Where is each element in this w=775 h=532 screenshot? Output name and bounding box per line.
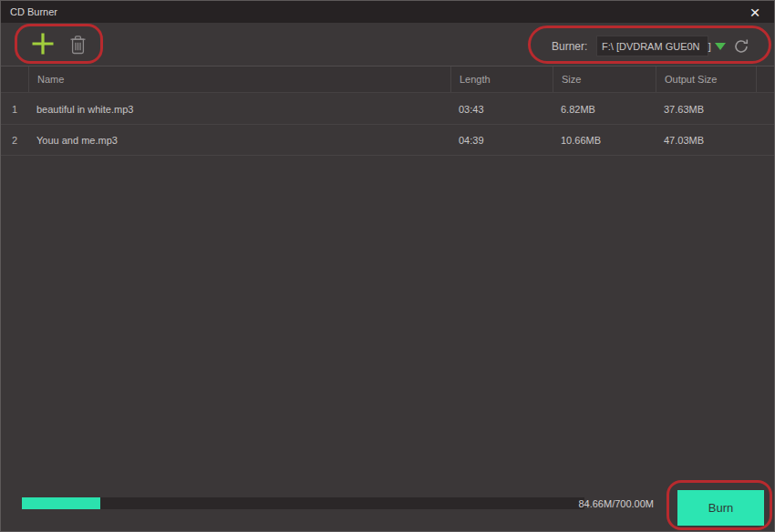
track-name: Youu and me.mp3 [28,135,450,146]
cd-burner-window: { "window": { "title": "CD Burner" }, "i… [0,0,775,532]
track-output-size: 37.63MB [656,104,756,115]
track-size: 6.82MB [553,104,656,115]
title-bar: CD Burner [1,1,774,23]
column-header-output-size: Output Size [656,66,756,92]
column-header-size: Size [553,66,656,92]
disc-capacity-progressbar [22,497,584,509]
refresh-icon [732,37,750,56]
burner-label: Burner: [552,40,587,53]
add-files-button[interactable] [29,30,57,57]
annotation-toolbar-circle [15,24,103,64]
track-size: 10.66MB [553,135,656,146]
close-icon: × [749,4,760,21]
column-header-spacer [756,66,774,92]
column-header-length: Length [450,66,553,92]
burn-button[interactable]: Burn [677,490,764,526]
capacity-label: 84.66M/700.00M [578,498,654,509]
trash-icon [69,35,87,55]
track-length: 03:43 [450,104,553,115]
table-row[interactable]: 1 beautiful in white.mp3 03:43 6.82MB 37… [1,94,774,125]
row-index: 1 [1,104,28,115]
track-list: 1 beautiful in white.mp3 03:43 6.82MB 37… [1,94,774,156]
row-index: 2 [1,135,28,146]
chevron-down-icon[interactable] [715,43,726,50]
column-header-index [1,66,28,92]
track-length: 04:39 [450,135,553,146]
column-header-name: Name [28,66,450,92]
window-title: CD Burner [10,6,57,17]
track-output-size: 47.03MB [656,135,756,146]
table-header: Name Length Size Output Size [1,66,774,93]
table-row[interactable]: 2 Youu and me.mp3 04:39 10.66MB 47.03MB [1,125,774,156]
track-name: beautiful in white.mp3 [28,104,450,115]
refresh-button[interactable] [731,36,751,56]
burner-device-value: F:\ [DVDRAM GUE0N ] [602,41,711,52]
plus-icon [30,31,56,56]
delete-button[interactable] [67,34,88,56]
progress-fill [22,497,100,509]
burner-device-select[interactable]: F:\ [DVDRAM GUE0N ] [596,36,708,56]
close-button[interactable]: × [741,1,769,23]
